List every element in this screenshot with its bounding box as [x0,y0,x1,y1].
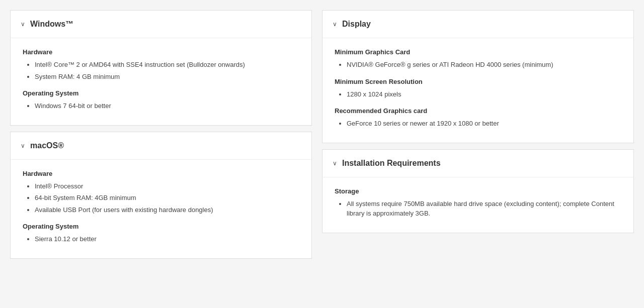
section-header-macos[interactable]: ∨macOS® [11,132,311,160]
list-item: System RAM: 4 GB minimum [35,72,299,82]
list-item: Available USB Port (for users with exist… [35,205,299,215]
chevron-down-icon: ∨ [333,160,337,167]
bullet-list-hardware: Intel® Core™ 2 or AMD64 with SSE4 instru… [23,60,299,81]
list-item: 1280 x 1024 pixels [347,89,621,99]
list-item: All systems require 750MB available hard… [347,199,621,219]
section-card-windows: ∨Windows™HardwareIntel® Core™ 2 or AMD64… [10,10,312,126]
bullet-list-os: Sierra 10.12 or better [23,234,299,244]
section-header-installation[interactable]: ∨Installation Requirements [323,150,633,177]
subsection-title-min-graphics: Minimum Graphics Card [335,48,621,56]
right-column: ∨DisplayMinimum Graphics CardNVIDIA® GeF… [322,10,634,265]
list-item: Sierra 10.12 or better [35,234,299,244]
list-item: Intel® Processor [35,181,299,191]
section-header-windows[interactable]: ∨Windows™ [11,11,311,38]
section-body-display: Minimum Graphics CardNVIDIA® GeForce® g … [323,38,633,143]
bullet-list-min-graphics: NVIDIA® GeForce® g series or ATI Radeon … [335,60,621,70]
left-column: ∨Windows™HardwareIntel® Core™ 2 or AMD64… [10,10,312,265]
section-card-display: ∨DisplayMinimum Graphics CardNVIDIA® GeF… [322,10,634,143]
section-title-display: Display [342,20,371,29]
bullet-list-storage: All systems require 750MB available hard… [335,199,621,219]
section-card-macos: ∨macOS®HardwareIntel® Processor64-bit Sy… [10,132,312,259]
section-title-macos: macOS® [30,141,64,150]
chevron-down-icon: ∨ [333,21,337,28]
list-item: NVIDIA® GeForce® g series or ATI Radeon … [347,60,621,70]
section-card-installation: ∨Installation RequirementsStorageAll sys… [322,149,634,233]
section-title-installation: Installation Requirements [342,159,441,168]
subsection-title-hardware: Hardware [23,170,299,177]
subsection-title-hardware: Hardware [23,48,299,56]
list-item: Intel® Core™ 2 or AMD64 with SSE4 instru… [35,60,299,70]
bullet-list-os: Windows 7 64-bit or better [23,101,299,111]
bullet-list-min-resolution: 1280 x 1024 pixels [335,89,621,99]
bullet-list-hardware: Intel® Processor64-bit System RAM: 4GB m… [23,181,299,215]
list-item: Windows 7 64-bit or better [35,101,299,111]
bullet-list-rec-graphics: GeForce 10 series or newer at 1920 x 108… [335,119,621,129]
section-body-macos: HardwareIntel® Processor64-bit System RA… [11,160,311,258]
list-item: 64-bit System RAM: 4GB minimum [35,193,299,203]
subsection-title-storage: Storage [335,187,621,195]
list-item: GeForce 10 series or newer at 1920 x 108… [347,119,621,129]
subsection-title-os: Operating System [23,89,299,97]
page-container: ∨Windows™HardwareIntel® Core™ 2 or AMD64… [0,0,644,275]
subsection-title-min-resolution: Minimum Screen Resolution [335,78,621,85]
section-header-display[interactable]: ∨Display [323,11,633,38]
subsection-title-os: Operating System [23,223,299,230]
section-body-installation: StorageAll systems require 750MB availab… [323,177,633,233]
chevron-down-icon: ∨ [21,21,25,28]
subsection-title-rec-graphics: Recommended Graphics card [335,107,621,115]
chevron-down-icon: ∨ [21,142,25,149]
section-title-windows: Windows™ [30,20,73,29]
section-body-windows: HardwareIntel® Core™ 2 or AMD64 with SSE… [11,38,311,125]
